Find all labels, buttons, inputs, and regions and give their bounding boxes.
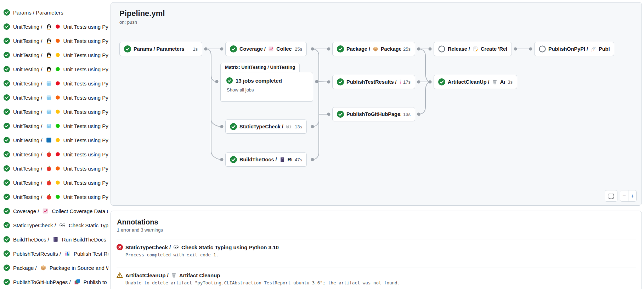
python-red-dot bbox=[55, 152, 60, 157]
job-list-item[interactable]: UnitTesting /Unit Tests using Pyth... bbox=[0, 90, 108, 105]
job-name: UnitTesting / bbox=[13, 24, 43, 30]
job-list-item[interactable]: UnitTesting /Unit Tests using Pyth... bbox=[0, 34, 108, 48]
matrix-card: 13 jobs completed Show all jobs bbox=[220, 72, 313, 102]
python-orange-dot bbox=[55, 95, 60, 100]
annotation-title[interactable]: StaticTypeCheck /Check Static Typing usi… bbox=[117, 244, 636, 250]
python-red-dot bbox=[55, 81, 60, 86]
success-check-icon bbox=[124, 45, 131, 52]
job-node-params[interactable]: Params / Parameters1s bbox=[119, 42, 202, 56]
job-label: Unit Tests using Pyth... bbox=[63, 38, 108, 44]
job-list-item[interactable]: UnitTesting /Unit Tests using Pyth... bbox=[0, 48, 108, 62]
job-label: Unit Tests using Pyth... bbox=[63, 95, 108, 101]
job-node-label: BuildTheDocs /Run Buil... bbox=[239, 157, 292, 162]
annotation-title[interactable]: ArtifactCleanUp /Artifact Cleanup bbox=[117, 272, 636, 278]
linux-icon bbox=[46, 38, 52, 44]
job-label: Unit Tests using Pyth... bbox=[63, 109, 108, 115]
zoom-out-button[interactable]: − bbox=[620, 190, 628, 201]
job-node-label: Params / Parameters bbox=[134, 46, 185, 52]
success-check-icon bbox=[230, 123, 237, 130]
success-check-icon bbox=[4, 9, 10, 16]
job-list-item[interactable]: UnitTesting /Unit Tests using Pyth... bbox=[0, 76, 108, 90]
ice-cube-icon bbox=[46, 123, 52, 129]
job-node-ptr[interactable]: PublishTestResults /Pu...17s bbox=[332, 75, 415, 89]
job-list-item[interactable]: Package /Package in Source and Wh... bbox=[0, 261, 108, 275]
job-node-label: ArtifactCleanUp /Artifac... bbox=[448, 79, 505, 85]
annotation-row-warning: ArtifactCleanUp /Artifact CleanupUnable … bbox=[117, 267, 636, 289]
job-name: UnitTesting / bbox=[13, 109, 43, 115]
job-label: Unit Tests using Pyth... bbox=[63, 194, 108, 200]
job-node-coverage[interactable]: Coverage /Collect Cove...25s bbox=[225, 42, 307, 56]
ice-cube-icon bbox=[46, 80, 52, 87]
job-name: Package / bbox=[13, 265, 37, 271]
job-list-item[interactable]: BuildTheDocs /Run BuildTheDocs bbox=[0, 232, 108, 246]
job-list-item[interactable]: UnitTesting /Unit Tests using Pyth... bbox=[0, 20, 108, 34]
job-name: UnitTesting / bbox=[13, 151, 43, 157]
job-list-item[interactable]: UnitTesting /Unit Tests using Pyth... bbox=[0, 133, 108, 147]
error-x-icon bbox=[117, 244, 123, 250]
warning-triangle-icon bbox=[117, 272, 123, 278]
trash-icon bbox=[492, 79, 498, 85]
success-check-icon bbox=[226, 77, 233, 84]
job-list-item[interactable]: PublishToGitHubPages /Publish to G... bbox=[0, 275, 108, 289]
matrix-tab[interactable]: Matrix: UnitTesting / UnitTesting bbox=[220, 63, 300, 73]
package-icon bbox=[40, 265, 46, 271]
bar-chart-icon bbox=[399, 79, 401, 85]
success-check-icon bbox=[337, 78, 344, 85]
job-list-item[interactable]: PublishTestResults /Publish Test Resu... bbox=[0, 246, 108, 261]
fullscreen-button[interactable] bbox=[605, 190, 617, 202]
job-node-acu[interactable]: ArtifactCleanUp /Artifac...3s bbox=[434, 75, 517, 89]
job-label: Collect Coverage Data usi... bbox=[52, 208, 108, 214]
job-list-item[interactable]: UnitTesting /Unit Tests using Pyth... bbox=[0, 161, 108, 176]
annotations-panel: Annotations 1 error and 3 warnings Stati… bbox=[111, 211, 642, 289]
python-orange-dot bbox=[55, 38, 60, 43]
job-node-ptghp[interactable]: PublishToGitHubPages /...13s bbox=[332, 107, 415, 121]
job-list-item[interactable]: Params / Parameters bbox=[0, 5, 108, 20]
success-check-icon bbox=[4, 109, 10, 115]
job-name: Params / Parameters bbox=[13, 10, 63, 16]
show-all-jobs-link[interactable]: Show all jobs bbox=[227, 87, 307, 93]
python-yellow-dot bbox=[55, 109, 60, 114]
job-node-stc[interactable]: StaticTypeCheck /Chec...13s bbox=[225, 120, 307, 134]
job-node-package[interactable]: Package /Package in So...25s bbox=[332, 42, 415, 56]
job-duration: 1s bbox=[193, 46, 198, 52]
linux-icon bbox=[46, 52, 52, 58]
chart-increasing-icon bbox=[268, 46, 274, 52]
job-name: UnitTesting / bbox=[13, 137, 43, 143]
fullscreen-icon bbox=[608, 193, 614, 199]
job-label: Unit Tests using Pyth... bbox=[63, 166, 108, 172]
job-duration: 17s bbox=[403, 79, 411, 85]
job-list-item[interactable]: UnitTesting /Unit Tests using Pyth... bbox=[0, 105, 108, 119]
python-green-dot bbox=[55, 123, 60, 128]
linux-icon bbox=[46, 23, 52, 30]
job-list-item[interactable]: UnitTesting /Unit Tests using Pyth... bbox=[0, 190, 108, 204]
job-list-item[interactable]: StaticTypeCheck /Check Static Typing... bbox=[0, 218, 108, 232]
job-list: Params / ParametersUnitTesting /Unit Tes… bbox=[0, 0, 108, 289]
graph-edges bbox=[111, 2, 642, 206]
job-list-item[interactable]: UnitTesting /Unit Tests using Pyth... bbox=[0, 176, 108, 190]
workflow-graph-panel: Pipeline.yml on: push bbox=[111, 2, 642, 206]
job-label: Unit Tests using Pyth... bbox=[63, 137, 108, 143]
job-duration: 25s bbox=[403, 46, 411, 52]
success-check-icon bbox=[4, 80, 10, 87]
zoom-button-group: − + bbox=[620, 190, 637, 202]
graph-controls: − + bbox=[605, 190, 637, 202]
job-name: UnitTesting / bbox=[13, 95, 43, 101]
success-check-icon bbox=[4, 23, 10, 30]
success-check-icon bbox=[4, 123, 10, 129]
job-node-pypi[interactable]: PublishOnPyPI /Publish to ... bbox=[534, 42, 614, 56]
success-check-icon bbox=[4, 279, 10, 285]
annotation-message: Unable to delete artifact "pyTooling.CLI… bbox=[125, 280, 636, 285]
job-node-btd[interactable]: BuildTheDocs /Run Buil...47s bbox=[225, 152, 307, 167]
job-name: UnitTesting / bbox=[13, 52, 43, 58]
zoom-in-button[interactable]: + bbox=[628, 190, 636, 201]
job-list-item[interactable]: UnitTesting /Unit Tests using Pyth... bbox=[0, 119, 108, 133]
success-check-icon bbox=[337, 45, 344, 52]
annotations-summary: 1 error and 3 warnings bbox=[117, 227, 636, 233]
job-node-release[interactable]: Release /Create 'Release P... bbox=[434, 42, 512, 56]
job-list-item[interactable]: UnitTesting /Unit Tests using Pyth... bbox=[0, 62, 108, 76]
fullscreen-icon bbox=[608, 193, 614, 199]
pipeline-title: Pipeline.yml bbox=[119, 9, 165, 18]
job-list-item[interactable]: Coverage /Collect Coverage Data usi... bbox=[0, 204, 108, 218]
job-duration: 13s bbox=[403, 112, 411, 117]
job-list-item[interactable]: UnitTesting /Unit Tests using Pyth... bbox=[0, 147, 108, 161]
